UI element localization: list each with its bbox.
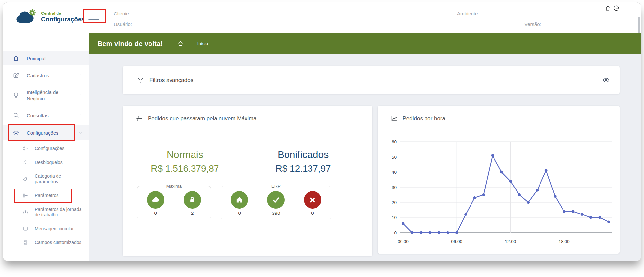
orders-per-hour-chart: 010203040506000:0006:0012:0018:00	[383, 137, 615, 248]
app-window: Central de Configurações Cliente: Usuári…	[3, 2, 641, 261]
advanced-filters-bar[interactable]: Filtros avançados	[123, 66, 620, 94]
sidebar-item-parametros[interactable]: Parâmetros	[3, 189, 89, 202]
home-icon[interactable]	[605, 5, 611, 11]
welcome-title: Bem vindo de volta!	[98, 40, 163, 48]
status-group-legend: Máxima	[163, 184, 185, 189]
status-stat-value: 0	[304, 210, 321, 216]
app-logo: Central de Configurações	[14, 9, 85, 25]
home-filled-icon	[231, 191, 248, 209]
tag-icon	[23, 176, 28, 182]
ambiente-field: Ambiente:	[457, 11, 479, 16]
banner-divider	[170, 38, 170, 50]
line-chart-icon	[391, 115, 398, 122]
cliente-label: Cliente:	[114, 11, 130, 16]
sidebar-item-desbloqueios[interactable]: Desbloqueios	[3, 156, 89, 168]
usuario-label: Usuário:	[114, 21, 132, 27]
orders-card-header: Pedidos que passaram pela nuvem Máxima	[123, 106, 372, 132]
cloud-icon	[147, 191, 164, 209]
breadcrumb-home-icon[interactable]	[177, 40, 184, 47]
sidebar-item-label: Mensagem circular	[35, 226, 83, 232]
welcome-banner: Bem vindo de volta! - Início	[89, 33, 641, 54]
unlock-icon	[23, 160, 28, 165]
sidebar-item-label: Desbloqueios	[35, 160, 83, 165]
x-icon	[304, 191, 321, 209]
sidebar-toggle-button[interactable]	[83, 9, 106, 23]
svg-text:12:00: 12:00	[505, 239, 516, 244]
status-stat-home-filled: 0	[231, 191, 248, 216]
status-stat-check: 390	[267, 191, 285, 216]
sidebar-item-label: Parâmetros	[35, 193, 83, 198]
orders-per-hour-chart-area: 010203040506000:0006:0012:0018:00	[378, 132, 620, 248]
sidebar-item-mensagem-circular[interactable]: Mensagem circular	[3, 223, 89, 235]
sidebar-item-inteligencia[interactable]: Inteligência de Negócio	[3, 85, 89, 106]
sidebar-item-label: Categoria de parâmetros	[35, 173, 83, 185]
versao-label: Versão:	[524, 21, 541, 27]
orders-value-amount: R$ 12.137,97	[244, 164, 362, 174]
filter-funnel-icon	[137, 77, 144, 84]
orders-card: Pedidos que passaram pela nuvem Máxima N…	[123, 106, 372, 256]
svg-text:60: 60	[391, 139, 396, 144]
sidebar-item-label: Inteligência de Negócio	[27, 89, 76, 102]
usuario-field: Usuário:	[114, 21, 132, 27]
svg-text:20: 20	[391, 200, 396, 205]
clock-icon	[23, 210, 28, 215]
sidebar-item-label: Configurações	[35, 146, 83, 151]
status-group-legend: ERP	[268, 184, 284, 189]
sidebar-item-consultas[interactable]: Consultas	[3, 108, 89, 123]
ambiente-label: Ambiente:	[457, 11, 479, 16]
svg-text:30: 30	[391, 185, 396, 190]
sidebar-item-configuracoes-sub[interactable]: Configurações	[3, 142, 89, 155]
sidebar-item-categoria-parametros[interactable]: Categoria de parâmetros	[3, 170, 89, 188]
list-icon	[23, 193, 28, 198]
status-stat-value: 2	[184, 210, 201, 216]
sliders-icon	[136, 115, 143, 122]
sidebar-menu: PrincipalCadastrosInteligência de Negóci…	[3, 51, 89, 249]
sidebar-item-label: Parâmetros da jornada de trabalho	[35, 207, 83, 218]
message-icon	[23, 226, 28, 232]
chevron-right-icon	[78, 93, 83, 98]
status-stat-cloud: 0	[147, 191, 164, 216]
gear-logo-icon	[29, 9, 36, 16]
logo-line1: Central de	[41, 12, 85, 16]
status-stat-x: 0	[304, 191, 321, 216]
eye-icon[interactable]	[602, 76, 610, 84]
logo-line2: Configurações	[41, 16, 85, 23]
orders-value-column: NormaisR$ 1.516.379,87	[126, 149, 244, 174]
versao-field: Versão:	[524, 21, 541, 27]
edit-icon	[13, 72, 19, 79]
sidebar-item-label: Consultas	[27, 113, 76, 119]
svg-text:0: 0	[394, 230, 397, 235]
main-area: Bem vindo de volta! - Início Filtros ava…	[89, 33, 641, 261]
chart-card-header: Pedidos por hora	[378, 106, 620, 132]
lock-icon	[184, 191, 201, 209]
svg-text:00:00: 00:00	[398, 239, 409, 244]
orders-values: NormaisR$ 1.516.379,87BonificadosR$ 12.1…	[123, 149, 372, 174]
sidebar-item-cadastros[interactable]: Cadastros	[3, 68, 89, 83]
cliente-field: Cliente:	[114, 11, 130, 16]
status-stat-value: 0	[231, 210, 248, 216]
orders-value-amount: R$ 1.516.379,87	[126, 164, 244, 174]
status-group-erp: ERP03900	[221, 186, 331, 219]
svg-text:18:00: 18:00	[558, 239, 569, 244]
status-stat-value: 0	[147, 210, 164, 216]
search-icon	[13, 112, 19, 119]
sidebar-item-campos-customizados[interactable]: Campos customizados	[3, 237, 89, 249]
svg-text:10: 10	[391, 215, 396, 220]
status-group-máxima: Máxima02	[137, 186, 211, 219]
bulb-icon	[13, 92, 19, 99]
gear-icon	[13, 129, 19, 136]
chevron-right-icon	[78, 113, 83, 118]
sidebar-item-configuracoes[interactable]: Configurações	[3, 125, 89, 140]
home-icon	[13, 55, 19, 62]
logout-icon[interactable]	[613, 5, 620, 12]
filters-title: Filtros avançados	[150, 77, 193, 84]
sidebar-item-parametros-jornada[interactable]: Parâmetros da jornada de trabalho	[3, 203, 89, 221]
cloud-logo-icon	[14, 9, 38, 25]
orders-value-label: Normais	[126, 149, 244, 160]
sidebar-item-principal[interactable]: Principal	[3, 51, 89, 65]
orders-value-label: Bonificados	[244, 149, 362, 160]
status-groups: Máxima02ERP03900	[123, 186, 372, 219]
orders-card-title: Pedidos que passaram pela nuvem Máxima	[148, 115, 257, 122]
status-stat-value: 390	[267, 210, 285, 216]
status-stat-lock: 2	[184, 191, 201, 216]
